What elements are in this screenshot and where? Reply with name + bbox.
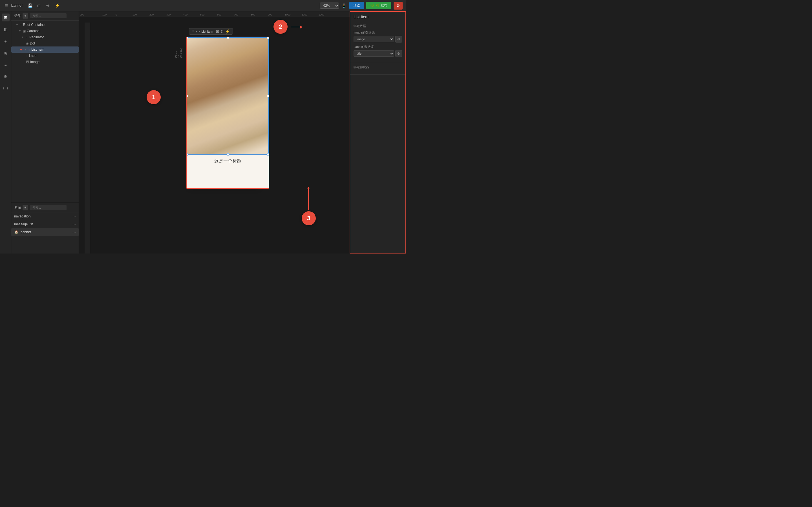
marker-1: 1 bbox=[147, 90, 161, 104]
page-menu-message-list[interactable]: ··· bbox=[72, 222, 76, 226]
tree-item-label[interactable]: T Label bbox=[11, 53, 79, 59]
tree-item-paginator[interactable]: ▼ ··· Paginator bbox=[11, 34, 79, 40]
tree-item-listitem[interactable]: ▼ ≡ List Item bbox=[11, 47, 79, 53]
arrow-up-to-panel bbox=[308, 187, 309, 210]
preview-button[interactable]: 预览 bbox=[349, 2, 364, 9]
handle-br[interactable] bbox=[267, 153, 269, 156]
flash-icon[interactable]: ⚡ bbox=[54, 3, 60, 8]
bind-trigger-label: 绑定触发器 bbox=[354, 65, 402, 69]
right-panel: List Item 绑定数据 Image的数据源 image title ⊙ L… bbox=[350, 11, 406, 253]
page-item-message-list[interactable]: message list ··· bbox=[11, 220, 79, 228]
handle-bl[interactable] bbox=[186, 153, 188, 156]
page-label-navagation: navagation bbox=[14, 214, 31, 218]
image-source-input-row: image title ⊙ bbox=[354, 36, 402, 43]
page-menu-banner[interactable]: ··· bbox=[72, 230, 76, 234]
sidebar-settings-icon[interactable]: ⚙ bbox=[2, 73, 10, 80]
settings-button[interactable]: ⚙ bbox=[394, 2, 403, 10]
bind-data-section: 绑定数据 Image的数据源 image title ⊙ Label的数据源 t… bbox=[350, 21, 405, 62]
label-source-row: Label的数据源 title image ⊙ bbox=[354, 45, 402, 57]
page-label-banner: banner bbox=[20, 230, 31, 234]
app-title: banner bbox=[11, 3, 22, 8]
tree-item-carousel[interactable]: ▼ ▣ Carousel bbox=[11, 28, 79, 34]
sidebar-data-icon[interactable]: ≡ bbox=[2, 61, 10, 69]
tree-label-image: Image bbox=[30, 60, 40, 64]
page-item-banner[interactable]: 🏠 banner ··· bbox=[11, 228, 79, 236]
sidebar-toggle-icon[interactable]: ☰ bbox=[3, 3, 9, 8]
phone-selected[interactable]: 这是一个标题 390 × 844 bbox=[186, 37, 269, 189]
expand-icon-listitem: ▼ bbox=[24, 48, 27, 51]
arrow-to-settings bbox=[291, 27, 302, 27]
marker-3: 3 bbox=[302, 211, 316, 225]
ruler-mark-3: 100 bbox=[133, 13, 137, 16]
page-item-navagation[interactable]: navagation ··· bbox=[11, 212, 79, 220]
components-label: 组件 bbox=[14, 13, 21, 18]
page-home-icon: 🏠 bbox=[14, 230, 18, 234]
handle-ml[interactable] bbox=[186, 95, 188, 97]
handle-tl[interactable] bbox=[186, 37, 188, 39]
tree-label-root: Root Container bbox=[23, 23, 46, 27]
components-section: 组件 + ▼ □ Root Container ▼ ▣ Carous bbox=[11, 11, 79, 202]
tree-item-dot[interactable]: ◉ Dot bbox=[11, 40, 79, 47]
topbar: ☰ banner 💾 ◻ ❋ ⚡ 62% 100% 50% 📱 预览 🌿 🌿 发… bbox=[0, 0, 406, 11]
zoom-selector[interactable]: 62% 100% 50% bbox=[320, 3, 339, 9]
image-source-action-btn[interactable]: ⊙ bbox=[395, 36, 402, 43]
handle-mr[interactable] bbox=[267, 95, 269, 97]
label-source-action-btn[interactable]: ⊙ bbox=[395, 50, 402, 57]
toolbar-move-icon[interactable]: ⠿ bbox=[192, 30, 194, 33]
ruler-mark-13: 1100 bbox=[302, 13, 307, 16]
handle-tr[interactable] bbox=[267, 37, 269, 39]
ruler-mark-1: -100 bbox=[101, 13, 107, 16]
save-icon[interactable]: 💾 bbox=[27, 3, 33, 8]
pages-label: 界面 bbox=[14, 205, 21, 210]
phone-sel-image-container bbox=[187, 37, 269, 155]
phone-sel-title: 这是一个标题 bbox=[187, 155, 269, 166]
publish-button[interactable]: 🌿 🌿 发布 bbox=[366, 2, 391, 9]
ruler-mark-5: 300 bbox=[166, 13, 170, 16]
phone-selected-wrapper: ⠿ ‹ < List Item ⊡ ⟨⟩ ⚡ bbox=[186, 25, 269, 189]
ruler-mark-14: 1200 bbox=[319, 13, 324, 16]
toolbar-list-item-label[interactable]: < List Item bbox=[199, 30, 213, 33]
arrow-head-right bbox=[300, 25, 303, 29]
ruler-mark-2: 0 bbox=[116, 13, 117, 16]
page-search-input[interactable] bbox=[30, 205, 66, 210]
tree-label-label: Label bbox=[29, 54, 37, 58]
image-type-icon: 🖼 bbox=[26, 60, 29, 64]
handle-bm[interactable] bbox=[227, 153, 229, 156]
label-source-select[interactable]: title image bbox=[354, 50, 394, 57]
sidebar-plugins-icon[interactable]: ⋮⋮ bbox=[2, 84, 10, 93]
ruler-mark-7: 500 bbox=[200, 13, 204, 16]
toolbar-code-icon[interactable]: ⟨⟩ bbox=[221, 29, 223, 34]
publish-icon: 🌿 bbox=[370, 4, 374, 8]
page-menu-navagation[interactable]: ··· bbox=[72, 214, 76, 219]
listitem-type-icon: ≡ bbox=[29, 48, 30, 51]
component-icon[interactable]: ❋ bbox=[45, 3, 51, 8]
sidebar-styles-icon[interactable]: ◈ bbox=[2, 37, 10, 45]
main-layout: ⊞ ◧ ◈ ◉ ≡ ⚙ ⋮⋮ 组件 + ▼ □ Root Container bbox=[0, 11, 406, 253]
sidebar-assets-icon[interactable]: ◉ bbox=[2, 49, 10, 57]
device-icon[interactable]: 📱 bbox=[342, 3, 347, 8]
image-source-select[interactable]: image title bbox=[354, 36, 394, 42]
tree-item-image[interactable]: 🖼 Image bbox=[11, 59, 79, 65]
handle-tm[interactable] bbox=[227, 37, 229, 39]
add-component-button[interactable]: + bbox=[22, 13, 28, 18]
toolbar-frame-icon[interactable]: ⊡ bbox=[216, 29, 219, 34]
phone-sel-image bbox=[187, 38, 268, 154]
topbar-tool-icons: 💾 ◻ ❋ ⚡ bbox=[27, 3, 60, 8]
root-type-icon: □ bbox=[20, 23, 22, 26]
bind-trigger-section: 绑定触发器 bbox=[350, 62, 405, 75]
shape-icon[interactable]: ◻ bbox=[36, 3, 42, 8]
toolbar-lightning-icon[interactable]: ⚡ bbox=[225, 29, 230, 34]
add-page-button[interactable]: + bbox=[22, 205, 28, 210]
tree-item-root[interactable]: ▼ □ Root Container bbox=[11, 22, 79, 28]
carousel-type-icon: ▣ bbox=[23, 29, 26, 33]
canvas-area[interactable]: -290 -100 0 100 200 300 400 500 600 700 … bbox=[79, 11, 350, 253]
sidebar-components-icon[interactable]: ⊞ bbox=[2, 13, 10, 21]
sidebar-layers-icon[interactable]: ◧ bbox=[2, 25, 10, 33]
publish-label: 🌿 发布 bbox=[375, 3, 388, 8]
topbar-left: ☰ banner 💾 ◻ ❋ ⚡ bbox=[3, 3, 317, 8]
right-panel-title: List Item bbox=[354, 15, 402, 19]
component-search-input[interactable] bbox=[30, 13, 66, 18]
toolbar-back-btn[interactable]: ‹ bbox=[196, 30, 197, 33]
canvas-content[interactable]: iPhone 12 (390*844) 这是一个标题 1 bbox=[85, 17, 350, 253]
arrow-head-up bbox=[307, 187, 310, 189]
